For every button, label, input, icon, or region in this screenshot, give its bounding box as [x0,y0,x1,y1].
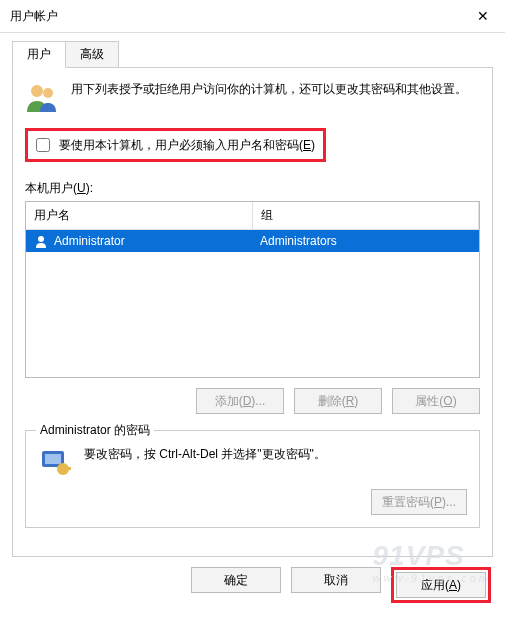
column-username[interactable]: 用户名 [26,202,253,229]
list-header: 用户名 组 [26,202,479,230]
svg-rect-4 [45,454,61,464]
tab-user[interactable]: 用户 [12,41,66,68]
intro-row: 用下列表授予或拒绝用户访问你的计算机，还可以更改其密码和其他设置。 [25,80,480,114]
tab-panel-user: 用下列表授予或拒绝用户访问你的计算机，还可以更改其密码和其他设置。 要使用本计算… [12,67,493,557]
users-listbox[interactable]: 用户名 组 Administrator Administrators [25,201,480,378]
add-button[interactable]: 添加(D)... [196,388,284,414]
password-legend: Administrator 的密码 [36,422,154,439]
key-icon [38,445,72,479]
password-groupbox: Administrator 的密码 要改密码，按 Ctrl-Alt-Del 并选… [25,430,480,528]
window-title: 用户帐户 [10,8,463,25]
password-button-row: 重置密码(P)... [38,489,467,515]
client-area: 用户 高级 用下列表授予或拒绝用户访问你的计算机，还可以更改其密码和其他设置。 [0,33,505,557]
properties-button[interactable]: 属性(O) [392,388,480,414]
password-row: 要改密码，按 Ctrl-Alt-Del 并选择"更改密码"。 [38,445,467,479]
cell-username: Administrator [26,234,252,248]
dialog-footer: 确定 取消 应用(A) [0,557,505,613]
users-icon [25,80,59,114]
tab-advanced[interactable]: 高级 [65,41,119,68]
require-password-label[interactable]: 要使用本计算机，用户必须输入用户名和密码(E) [59,137,315,154]
column-group[interactable]: 组 [253,202,479,229]
require-password-checkbox[interactable] [36,138,50,152]
apply-highlight: 应用(A) [391,567,491,603]
list-body: Administrator Administrators [26,230,479,252]
require-password-highlight: 要使用本计算机，用户必须输入用户名和密码(E) [25,128,326,162]
tab-strip: 用户 高级 [12,41,493,67]
list-button-row: 添加(D)... 删除(R) 属性(O) [25,388,480,414]
svg-point-1 [43,88,53,98]
svg-point-0 [31,85,43,97]
titlebar: 用户帐户 ✕ [0,0,505,33]
user-icon [34,234,48,248]
table-row[interactable]: Administrator Administrators [26,230,479,252]
password-text: 要改密码，按 Ctrl-Alt-Del 并选择"更改密码"。 [84,445,467,464]
remove-button[interactable]: 删除(R) [294,388,382,414]
close-icon[interactable]: ✕ [463,2,503,30]
intro-text: 用下列表授予或拒绝用户访问你的计算机，还可以更改其密码和其他设置。 [71,80,480,114]
require-password-row: 要使用本计算机，用户必须输入用户名和密码(E) [32,135,315,155]
local-users-label: 本机用户(U): [25,180,480,197]
cell-group: Administrators [252,234,479,248]
reset-password-button[interactable]: 重置密码(P)... [371,489,467,515]
svg-rect-6 [66,467,71,470]
cancel-button[interactable]: 取消 [291,567,381,593]
ok-button[interactable]: 确定 [191,567,281,593]
cell-username-text: Administrator [54,234,125,248]
svg-point-2 [38,236,44,242]
apply-button[interactable]: 应用(A) [396,572,486,598]
user-accounts-window: 用户帐户 ✕ 用户 高级 用下列表授予或拒绝用户访问你的计算机，还可以更改其密码… [0,0,505,630]
